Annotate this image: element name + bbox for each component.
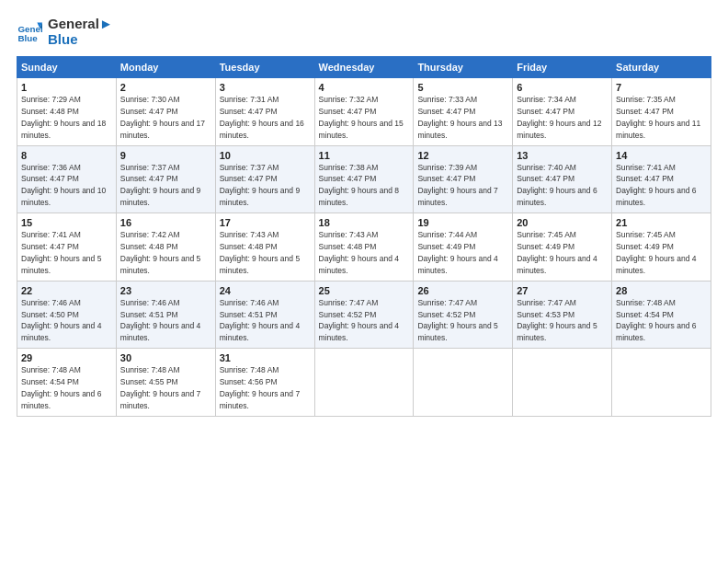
table-row: 8 Sunrise: 7:36 AMSunset: 4:47 PMDayligh… bbox=[17, 145, 117, 213]
table-row bbox=[612, 349, 711, 417]
day-info: Sunrise: 7:31 AMSunset: 4:47 PMDaylight:… bbox=[220, 95, 304, 140]
day-number: 24 bbox=[220, 285, 311, 296]
day-info: Sunrise: 7:35 AMSunset: 4:47 PMDaylight:… bbox=[616, 95, 700, 140]
day-info: Sunrise: 7:48 AMSunset: 4:54 PMDaylight:… bbox=[21, 365, 101, 410]
day-info: Sunrise: 7:47 AMSunset: 4:53 PMDaylight:… bbox=[517, 298, 597, 343]
day-number: 15 bbox=[21, 217, 112, 228]
day-number: 19 bbox=[417, 217, 508, 228]
day-info: Sunrise: 7:43 AMSunset: 4:48 PMDaylight:… bbox=[220, 230, 300, 275]
logo-icon: General Blue bbox=[17, 19, 42, 45]
day-number: 1 bbox=[21, 82, 112, 93]
day-number: 17 bbox=[220, 217, 311, 228]
table-row: 9 Sunrise: 7:37 AMSunset: 4:47 PMDayligh… bbox=[116, 145, 215, 213]
calendar-header-row: Sunday Monday Tuesday Wednesday Thursday… bbox=[17, 57, 711, 78]
day-number: 10 bbox=[220, 150, 311, 161]
table-row: 19 Sunrise: 7:44 AMSunset: 4:49 PMDaylig… bbox=[414, 213, 513, 282]
table-row bbox=[314, 349, 414, 417]
day-info: Sunrise: 7:46 AMSunset: 4:50 PMDaylight:… bbox=[21, 298, 101, 343]
day-number: 27 bbox=[517, 285, 608, 296]
day-number: 4 bbox=[319, 82, 410, 93]
day-number: 11 bbox=[319, 150, 410, 161]
table-row: 18 Sunrise: 7:43 AMSunset: 4:48 PMDaylig… bbox=[314, 213, 414, 282]
table-row: 31 Sunrise: 7:48 AMSunset: 4:56 PMDaylig… bbox=[215, 349, 314, 417]
table-row: 23 Sunrise: 7:46 AMSunset: 4:51 PMDaylig… bbox=[116, 281, 215, 349]
table-row: 11 Sunrise: 7:38 AMSunset: 4:47 PMDaylig… bbox=[314, 145, 414, 213]
day-number: 6 bbox=[517, 82, 608, 93]
table-row: 5 Sunrise: 7:33 AMSunset: 4:47 PMDayligh… bbox=[414, 78, 513, 146]
table-row: 17 Sunrise: 7:43 AMSunset: 4:48 PMDaylig… bbox=[215, 213, 314, 282]
table-row: 24 Sunrise: 7:46 AMSunset: 4:51 PMDaylig… bbox=[215, 281, 314, 349]
day-info: Sunrise: 7:30 AMSunset: 4:47 PMDaylight:… bbox=[120, 95, 205, 140]
day-number: 7 bbox=[616, 82, 707, 93]
table-row: 4 Sunrise: 7:32 AMSunset: 4:47 PMDayligh… bbox=[314, 78, 414, 146]
col-monday: Monday bbox=[116, 57, 215, 78]
table-row: 29 Sunrise: 7:48 AMSunset: 4:54 PMDaylig… bbox=[17, 349, 117, 417]
table-row: 10 Sunrise: 7:37 AMSunset: 4:47 PMDaylig… bbox=[215, 145, 314, 213]
table-row bbox=[414, 349, 513, 417]
day-number: 28 bbox=[616, 285, 707, 296]
day-number: 21 bbox=[616, 217, 707, 228]
day-info: Sunrise: 7:42 AMSunset: 4:48 PMDaylight:… bbox=[120, 230, 200, 275]
day-info: Sunrise: 7:46 AMSunset: 4:51 PMDaylight:… bbox=[120, 298, 200, 343]
table-row: 12 Sunrise: 7:39 AMSunset: 4:47 PMDaylig… bbox=[414, 145, 513, 213]
col-saturday: Saturday bbox=[612, 57, 711, 78]
day-number: 14 bbox=[616, 150, 707, 161]
day-info: Sunrise: 7:43 AMSunset: 4:48 PMDaylight:… bbox=[319, 230, 399, 275]
table-row: 14 Sunrise: 7:41 AMSunset: 4:47 PMDaylig… bbox=[612, 145, 711, 213]
col-thursday: Thursday bbox=[414, 57, 513, 78]
day-number: 5 bbox=[417, 82, 508, 93]
day-info: Sunrise: 7:48 AMSunset: 4:54 PMDaylight:… bbox=[616, 298, 696, 343]
day-number: 2 bbox=[120, 82, 211, 93]
table-row: 27 Sunrise: 7:47 AMSunset: 4:53 PMDaylig… bbox=[513, 281, 612, 349]
day-info: Sunrise: 7:37 AMSunset: 4:47 PMDaylight:… bbox=[220, 163, 300, 208]
table-row: 7 Sunrise: 7:35 AMSunset: 4:47 PMDayligh… bbox=[612, 78, 711, 146]
table-row bbox=[513, 349, 612, 417]
day-number: 8 bbox=[21, 150, 112, 161]
day-number: 25 bbox=[319, 285, 410, 296]
day-number: 22 bbox=[21, 285, 112, 296]
table-row: 22 Sunrise: 7:46 AMSunset: 4:50 PMDaylig… bbox=[17, 281, 117, 349]
table-row: 20 Sunrise: 7:45 AMSunset: 4:49 PMDaylig… bbox=[513, 213, 612, 282]
day-info: Sunrise: 7:34 AMSunset: 4:47 PMDaylight:… bbox=[517, 95, 601, 140]
day-number: 29 bbox=[21, 352, 112, 363]
day-number: 12 bbox=[417, 150, 508, 161]
logo-line2: Blue bbox=[48, 32, 113, 48]
day-number: 9 bbox=[120, 150, 211, 161]
svg-text:Blue: Blue bbox=[17, 32, 38, 42]
day-info: Sunrise: 7:41 AMSunset: 4:47 PMDaylight:… bbox=[616, 163, 696, 208]
table-row: 6 Sunrise: 7:34 AMSunset: 4:47 PMDayligh… bbox=[513, 78, 612, 146]
table-row: 26 Sunrise: 7:47 AMSunset: 4:52 PMDaylig… bbox=[414, 281, 513, 349]
day-info: Sunrise: 7:41 AMSunset: 4:47 PMDaylight:… bbox=[21, 230, 101, 275]
table-row: 13 Sunrise: 7:40 AMSunset: 4:47 PMDaylig… bbox=[513, 145, 612, 213]
day-number: 3 bbox=[220, 82, 311, 93]
table-row: 25 Sunrise: 7:47 AMSunset: 4:52 PMDaylig… bbox=[314, 281, 414, 349]
day-info: Sunrise: 7:46 AMSunset: 4:51 PMDaylight:… bbox=[220, 298, 300, 343]
day-info: Sunrise: 7:33 AMSunset: 4:47 PMDaylight:… bbox=[417, 95, 502, 140]
logo: General Blue General► Blue bbox=[17, 17, 113, 47]
day-number: 20 bbox=[517, 217, 608, 228]
day-info: Sunrise: 7:38 AMSunset: 4:47 PMDaylight:… bbox=[319, 163, 399, 208]
page-header: General Blue General► Blue bbox=[17, 17, 711, 47]
day-info: Sunrise: 7:45 AMSunset: 4:49 PMDaylight:… bbox=[517, 230, 597, 275]
day-number: 30 bbox=[120, 352, 211, 363]
day-info: Sunrise: 7:48 AMSunset: 4:55 PMDaylight:… bbox=[120, 365, 200, 410]
day-info: Sunrise: 7:48 AMSunset: 4:56 PMDaylight:… bbox=[220, 365, 300, 410]
col-sunday: Sunday bbox=[17, 57, 117, 78]
col-tuesday: Tuesday bbox=[215, 57, 314, 78]
day-number: 23 bbox=[120, 285, 211, 296]
day-number: 26 bbox=[417, 285, 508, 296]
day-info: Sunrise: 7:29 AMSunset: 4:48 PMDaylight:… bbox=[21, 95, 106, 140]
day-info: Sunrise: 7:47 AMSunset: 4:52 PMDaylight:… bbox=[417, 298, 497, 343]
logo-line1: General► bbox=[48, 17, 113, 32]
calendar-table: Sunday Monday Tuesday Wednesday Thursday… bbox=[17, 56, 711, 417]
day-number: 13 bbox=[517, 150, 608, 161]
day-info: Sunrise: 7:44 AMSunset: 4:49 PMDaylight:… bbox=[417, 230, 497, 275]
day-info: Sunrise: 7:45 AMSunset: 4:49 PMDaylight:… bbox=[616, 230, 696, 275]
day-number: 16 bbox=[120, 217, 211, 228]
col-wednesday: Wednesday bbox=[314, 57, 414, 78]
day-number: 18 bbox=[319, 217, 410, 228]
table-row: 1 Sunrise: 7:29 AMSunset: 4:48 PMDayligh… bbox=[17, 78, 117, 146]
col-friday: Friday bbox=[513, 57, 612, 78]
table-row: 3 Sunrise: 7:31 AMSunset: 4:47 PMDayligh… bbox=[215, 78, 314, 146]
day-info: Sunrise: 7:36 AMSunset: 4:47 PMDaylight:… bbox=[21, 163, 106, 208]
